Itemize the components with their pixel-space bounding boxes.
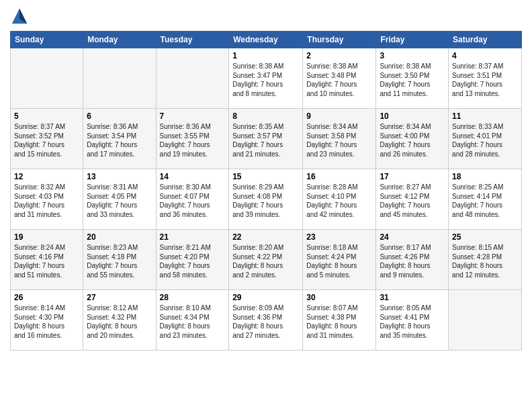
day-number: 9 — [306, 111, 372, 121]
calendar-cell: 26Sunrise: 8:14 AM Sunset: 4:30 PM Dayli… — [11, 290, 83, 351]
day-info: Sunrise: 8:07 AM Sunset: 4:38 PM Dayligh… — [306, 304, 372, 340]
calendar-cell: 23Sunrise: 8:18 AM Sunset: 4:24 PM Dayli… — [303, 230, 376, 290]
calendar-week-row: 1Sunrise: 8:38 AM Sunset: 3:47 PM Daylig… — [11, 48, 522, 109]
day-info: Sunrise: 8:14 AM Sunset: 4:30 PM Dayligh… — [14, 304, 79, 340]
calendar-week-row: 19Sunrise: 8:24 AM Sunset: 4:16 PM Dayli… — [11, 230, 522, 290]
day-info: Sunrise: 8:27 AM Sunset: 4:12 PM Dayligh… — [380, 183, 445, 219]
day-info: Sunrise: 8:31 AM Sunset: 4:05 PM Dayligh… — [87, 183, 152, 219]
weekday-header: Thursday — [303, 32, 376, 48]
calendar-cell — [83, 48, 156, 109]
day-number: 29 — [232, 293, 299, 302]
day-info: Sunrise: 8:17 AM Sunset: 4:26 PM Dayligh… — [380, 243, 445, 279]
day-number: 2 — [306, 51, 372, 60]
day-number: 5 — [14, 111, 79, 121]
weekday-header: Sunday — [11, 32, 83, 48]
day-number: 7 — [160, 111, 226, 121]
calendar-cell: 21Sunrise: 8:21 AM Sunset: 4:20 PM Dayli… — [156, 230, 229, 290]
calendar-cell: 11Sunrise: 8:33 AM Sunset: 4:01 PM Dayli… — [449, 109, 522, 169]
calendar-cell: 20Sunrise: 8:23 AM Sunset: 4:18 PM Dayli… — [83, 230, 156, 290]
calendar-header-row: SundayMondayTuesdayWednesdayThursdayFrid… — [11, 32, 522, 48]
day-number: 24 — [380, 232, 445, 242]
day-info: Sunrise: 8:20 AM Sunset: 4:22 PM Dayligh… — [232, 243, 299, 279]
calendar-cell: 8Sunrise: 8:35 AM Sunset: 3:57 PM Daylig… — [229, 109, 303, 169]
calendar-cell: 9Sunrise: 8:34 AM Sunset: 3:58 PM Daylig… — [303, 109, 376, 169]
calendar-week-row: 26Sunrise: 8:14 AM Sunset: 4:30 PM Dayli… — [11, 290, 522, 351]
calendar-cell: 17Sunrise: 8:27 AM Sunset: 4:12 PM Dayli… — [376, 169, 449, 230]
day-number: 19 — [14, 232, 79, 242]
calendar-cell — [11, 48, 83, 109]
day-info: Sunrise: 8:34 AM Sunset: 3:58 PM Dayligh… — [306, 122, 372, 158]
calendar-cell: 30Sunrise: 8:07 AM Sunset: 4:38 PM Dayli… — [303, 290, 376, 351]
day-number: 10 — [380, 111, 445, 121]
day-info: Sunrise: 8:38 AM Sunset: 3:50 PM Dayligh… — [380, 62, 445, 98]
day-info: Sunrise: 8:36 AM Sunset: 3:54 PM Dayligh… — [87, 122, 152, 158]
calendar-cell: 25Sunrise: 8:15 AM Sunset: 4:28 PM Dayli… — [449, 230, 522, 290]
day-info: Sunrise: 8:24 AM Sunset: 4:16 PM Dayligh… — [14, 243, 79, 279]
calendar-cell: 13Sunrise: 8:31 AM Sunset: 4:05 PM Dayli… — [83, 169, 156, 230]
day-number: 27 — [87, 293, 152, 302]
calendar-cell: 6Sunrise: 8:36 AM Sunset: 3:54 PM Daylig… — [83, 109, 156, 169]
day-number: 31 — [380, 293, 445, 302]
weekday-header: Saturday — [449, 32, 522, 48]
calendar-cell: 16Sunrise: 8:28 AM Sunset: 4:10 PM Dayli… — [303, 169, 376, 230]
logo-icon — [10, 7, 29, 26]
day-number: 11 — [452, 111, 518, 121]
day-info: Sunrise: 8:30 AM Sunset: 4:07 PM Dayligh… — [160, 183, 226, 219]
calendar-cell: 18Sunrise: 8:25 AM Sunset: 4:14 PM Dayli… — [449, 169, 522, 230]
calendar-week-row: 5Sunrise: 8:37 AM Sunset: 3:52 PM Daylig… — [11, 109, 522, 169]
weekday-header: Wednesday — [229, 32, 303, 48]
day-number: 18 — [452, 172, 518, 181]
calendar-cell: 14Sunrise: 8:30 AM Sunset: 4:07 PM Dayli… — [156, 169, 229, 230]
calendar-cell: 28Sunrise: 8:10 AM Sunset: 4:34 PM Dayli… — [156, 290, 229, 351]
day-info: Sunrise: 8:25 AM Sunset: 4:14 PM Dayligh… — [452, 183, 518, 219]
weekday-header: Tuesday — [156, 32, 229, 48]
day-number: 17 — [380, 172, 445, 181]
day-number: 15 — [232, 172, 299, 181]
day-info: Sunrise: 8:34 AM Sunset: 4:00 PM Dayligh… — [380, 122, 445, 158]
day-info: Sunrise: 8:37 AM Sunset: 3:52 PM Dayligh… — [14, 122, 79, 158]
day-info: Sunrise: 8:38 AM Sunset: 3:48 PM Dayligh… — [306, 62, 372, 98]
calendar-table: SundayMondayTuesdayWednesdayThursdayFrid… — [10, 31, 522, 351]
day-number: 6 — [87, 111, 152, 121]
calendar-cell: 7Sunrise: 8:36 AM Sunset: 3:55 PM Daylig… — [156, 109, 229, 169]
calendar-cell: 12Sunrise: 8:32 AM Sunset: 4:03 PM Dayli… — [11, 169, 83, 230]
calendar-cell — [156, 48, 229, 109]
day-number: 22 — [232, 232, 299, 242]
calendar-cell: 19Sunrise: 8:24 AM Sunset: 4:16 PM Dayli… — [11, 230, 83, 290]
day-number: 21 — [160, 232, 226, 242]
calendar-cell: 29Sunrise: 8:09 AM Sunset: 4:36 PM Dayli… — [229, 290, 303, 351]
day-number: 16 — [306, 172, 372, 181]
day-info: Sunrise: 8:29 AM Sunset: 4:08 PM Dayligh… — [232, 183, 299, 219]
day-info: Sunrise: 8:28 AM Sunset: 4:10 PM Dayligh… — [306, 183, 372, 219]
calendar-cell: 10Sunrise: 8:34 AM Sunset: 4:00 PM Dayli… — [376, 109, 449, 169]
day-info: Sunrise: 8:05 AM Sunset: 4:41 PM Dayligh… — [380, 304, 445, 340]
day-number: 1 — [232, 51, 299, 60]
day-info: Sunrise: 8:35 AM Sunset: 3:57 PM Dayligh… — [232, 122, 299, 158]
calendar-cell: 5Sunrise: 8:37 AM Sunset: 3:52 PM Daylig… — [11, 109, 83, 169]
day-number: 25 — [452, 232, 518, 242]
calendar-week-row: 12Sunrise: 8:32 AM Sunset: 4:03 PM Dayli… — [11, 169, 522, 230]
day-info: Sunrise: 8:09 AM Sunset: 4:36 PM Dayligh… — [232, 304, 299, 340]
day-info: Sunrise: 8:33 AM Sunset: 4:01 PM Dayligh… — [452, 122, 518, 158]
header — [10, 7, 522, 26]
calendar-cell: 2Sunrise: 8:38 AM Sunset: 3:48 PM Daylig… — [303, 48, 376, 109]
logo — [10, 7, 32, 26]
day-info: Sunrise: 8:32 AM Sunset: 4:03 PM Dayligh… — [14, 183, 79, 219]
day-info: Sunrise: 8:12 AM Sunset: 4:32 PM Dayligh… — [87, 304, 152, 340]
day-info: Sunrise: 8:18 AM Sunset: 4:24 PM Dayligh… — [306, 243, 372, 279]
day-number: 3 — [380, 51, 445, 60]
calendar-cell: 3Sunrise: 8:38 AM Sunset: 3:50 PM Daylig… — [376, 48, 449, 109]
day-info: Sunrise: 8:15 AM Sunset: 4:28 PM Dayligh… — [452, 243, 518, 279]
calendar-cell: 4Sunrise: 8:37 AM Sunset: 3:51 PM Daylig… — [449, 48, 522, 109]
day-number: 26 — [14, 293, 79, 302]
calendar-cell: 24Sunrise: 8:17 AM Sunset: 4:26 PM Dayli… — [376, 230, 449, 290]
day-number: 8 — [232, 111, 299, 121]
day-number: 30 — [306, 293, 372, 302]
calendar-cell: 31Sunrise: 8:05 AM Sunset: 4:41 PM Dayli… — [376, 290, 449, 351]
day-number: 12 — [14, 172, 79, 181]
day-info: Sunrise: 8:36 AM Sunset: 3:55 PM Dayligh… — [160, 122, 226, 158]
day-info: Sunrise: 8:38 AM Sunset: 3:47 PM Dayligh… — [232, 62, 299, 98]
calendar-cell — [449, 290, 522, 351]
calendar-cell: 15Sunrise: 8:29 AM Sunset: 4:08 PM Dayli… — [229, 169, 303, 230]
calendar-cell: 1Sunrise: 8:38 AM Sunset: 3:47 PM Daylig… — [229, 48, 303, 109]
